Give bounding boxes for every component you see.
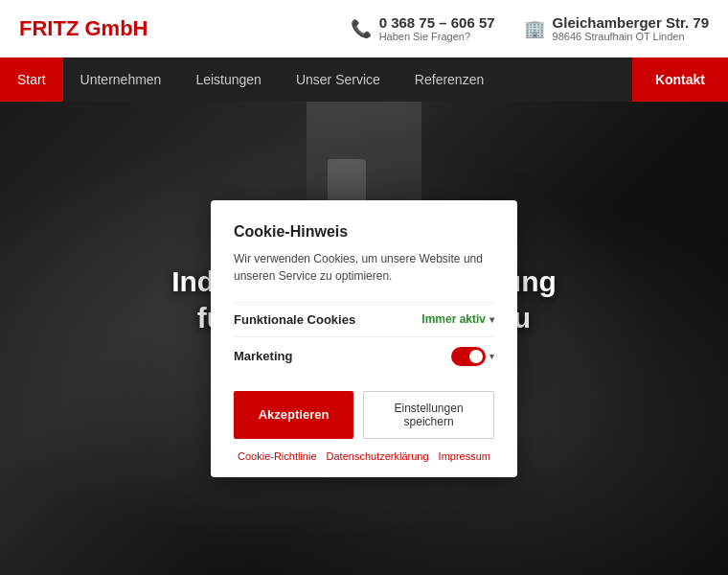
address-contact: 🏢 Gleichamberger Str. 79 98646 Straufhai… bbox=[524, 14, 709, 42]
address-line1: Gleichamberger Str. 79 bbox=[553, 14, 709, 31]
cookie-description: Wir verwenden Cookies, um unsere Website… bbox=[234, 250, 494, 285]
cookie-modal: Cookie-Hinweis Wir verwenden Cookies, um… bbox=[211, 200, 517, 477]
nav-item-leistungen[interactable]: Leistungen bbox=[178, 58, 279, 102]
header-contact: 📞 0 368 75 – 606 57 Haben Sie Fragen? 🏢 … bbox=[351, 14, 709, 42]
cookie-row-marketing: Marketing ▾ bbox=[234, 336, 494, 376]
cookie-richtlinie-link[interactable]: Cookie-Richtlinie bbox=[238, 450, 317, 462]
cookie-row-funktionale: Funktionale Cookies Immer aktiv ▾ bbox=[234, 302, 494, 336]
hero-section: Industrielle Sonderfertigung für den zeu… bbox=[0, 102, 728, 575]
impressum-link[interactable]: Impressum bbox=[439, 450, 490, 462]
logo[interactable]: FRITZ GmbH bbox=[19, 16, 148, 41]
funktionale-label: Funktionale Cookies bbox=[234, 312, 355, 327]
cookie-buttons: Akzeptieren Einstellungen speichern bbox=[234, 391, 494, 439]
save-settings-button[interactable]: Einstellungen speichern bbox=[363, 391, 494, 439]
datenschutz-link[interactable]: Datenschutzerklärung bbox=[327, 450, 429, 462]
nav-item-unternehmen[interactable]: Unternehmen bbox=[63, 58, 179, 102]
marketing-label: Marketing bbox=[234, 349, 292, 363]
nav-kontakt-button[interactable]: Kontakt bbox=[632, 58, 728, 102]
address-icon: 🏢 bbox=[524, 18, 545, 39]
cookie-title: Cookie-Hinweis bbox=[234, 223, 494, 241]
logo-fritz: FRITZ bbox=[19, 16, 79, 40]
nav-item-referenzen[interactable]: Referenzen bbox=[398, 58, 501, 102]
accept-button[interactable]: Akzeptieren bbox=[234, 391, 353, 439]
phone-icon: 📞 bbox=[351, 18, 372, 39]
cookie-links: Cookie-Richtlinie Datenschutzerklärung I… bbox=[234, 450, 494, 462]
nav-item-unser-service[interactable]: Unser Service bbox=[279, 58, 398, 102]
modal-overlay: Cookie-Hinweis Wir verwenden Cookies, um… bbox=[0, 102, 728, 575]
phone-label: Haben Sie Fragen? bbox=[379, 31, 495, 42]
nav-item-start[interactable]: Start bbox=[0, 58, 63, 102]
chevron-down-icon: ▾ bbox=[489, 314, 494, 325]
marketing-chevron-icon: ▾ bbox=[489, 351, 494, 361]
marketing-toggle[interactable] bbox=[451, 347, 486, 366]
logo-gmbh: GmbH bbox=[84, 16, 148, 40]
nav-items: Start Unternehmen Leistungen Unser Servi… bbox=[0, 58, 632, 102]
phone-contact: 📞 0 368 75 – 606 57 Haben Sie Fragen? bbox=[351, 14, 495, 42]
phone-number: 0 368 75 – 606 57 bbox=[379, 14, 495, 31]
funktionale-status: Immer aktiv ▾ bbox=[421, 312, 494, 326]
address-line2: 98646 Straufhain OT Linden bbox=[553, 31, 709, 42]
marketing-toggle-container: ▾ bbox=[451, 347, 494, 366]
header: FRITZ GmbH 📞 0 368 75 – 606 57 Haben Sie… bbox=[0, 0, 728, 58]
navbar: Start Unternehmen Leistungen Unser Servi… bbox=[0, 58, 728, 102]
